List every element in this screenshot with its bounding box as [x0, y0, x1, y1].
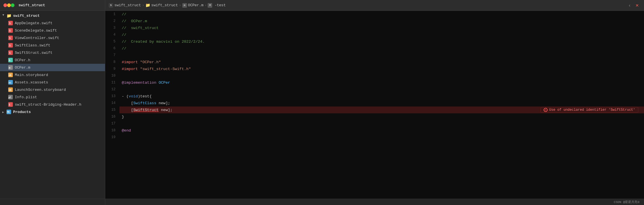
sidebar-label-swift-struct: SwiftStruct.swift — [15, 51, 53, 55]
window-maximize-btn[interactable] — [11, 3, 15, 7]
sidebar-item-bridging-header[interactable]: S swift_struct-Bridging-Header.h — [0, 101, 105, 108]
line-number-17: 17 — [105, 120, 119, 127]
breadcrumb-file-label: OCPer.m — [188, 3, 204, 7]
tab-bar: S swift_struct › 📁 swift_struct › m OCPe… — [105, 0, 644, 11]
code-row-11: 11@implementation OCPer — [105, 79, 644, 86]
line-content-11: @implementation OCPer — [119, 79, 644, 86]
sidebar-item-ocper-h[interactable]: h OCPer.h — [0, 56, 105, 64]
svg-text:sb: sb — [9, 89, 11, 91]
code-row-9: 9#import "swift_struct-Swift.h" — [105, 65, 644, 72]
project-title: swift_struct — [18, 3, 45, 7]
sidebar-label-app-delegate: AppDelegate.swift — [15, 21, 53, 25]
svg-text:S: S — [9, 52, 11, 54]
storyboard-file-icon: sb — [8, 72, 13, 77]
svg-text:S: S — [9, 44, 11, 47]
sidebar-item-main-storyboard[interactable]: sb Main.storyboard — [0, 71, 105, 79]
sidebar-item-launch-storyboard[interactable]: sb LaunchScreen.storyboard — [0, 86, 105, 93]
line-number-1: 1 — [105, 11, 119, 18]
sidebar-label-info-plist: Info.plist — [15, 95, 37, 99]
error-badge-15: ✕Use of undeclared identifier 'SwiftStru… — [540, 107, 638, 113]
sidebar-item-project-root[interactable]: ▶ 📁 swift_struct — [0, 12, 105, 19]
sidebar-item-scene-delegate[interactable]: S SceneDelegate.swift — [0, 27, 105, 34]
breadcrumb-method[interactable]: M -test — [208, 3, 226, 8]
method-badge: M — [208, 3, 212, 8]
window-close-btn[interactable] — [3, 3, 7, 7]
status-bar: CSDN @星星月亮0 — [105, 199, 644, 205]
line-number-12: 12 — [105, 86, 119, 93]
svg-text:pl: pl — [9, 96, 11, 99]
sidebar-footer — [0, 199, 105, 205]
line-content-7 — [119, 52, 644, 59]
line-number-3: 3 — [105, 24, 119, 31]
code-row-17: 17 — [105, 120, 644, 127]
sidebar-item-view-controller[interactable]: S ViewController.swift — [0, 34, 105, 42]
sidebar-item-swift-struct[interactable]: S SwiftStruct.swift — [0, 49, 105, 56]
breadcrumb-folder-label: swift_struct — [151, 3, 178, 7]
plist-file-icon: pl — [8, 95, 13, 100]
breadcrumb-project[interactable]: S swift_struct — [109, 3, 141, 8]
sidebar-item-app-delegate[interactable]: S AppDelegate.swift — [0, 19, 105, 27]
window-minimize-btn[interactable] — [7, 3, 11, 7]
sidebar-item-ocper-m[interactable]: m OCPer.m — [0, 64, 105, 71]
sidebar-label-view-controller: ViewController.swift — [15, 36, 59, 40]
breadcrumb: S swift_struct › 📁 swift_struct › m OCPe… — [109, 3, 226, 8]
code-editor[interactable]: 1//2// OCPer.m3// swift_struct4//5// Cre… — [105, 11, 644, 199]
navigate-back-button[interactable]: ‹ — [627, 2, 632, 9]
error-icon-15: ✕ — [544, 108, 548, 112]
line-content-2: // OCPer.m — [119, 18, 644, 24]
line-content-13: - (void)test{ — [119, 93, 644, 100]
code-row-7: 7 — [105, 52, 644, 59]
code-row-14: 14 [SwiftClass new]; — [105, 100, 644, 106]
sidebar: swift_struct ▶ 📁 swift_struct S AppDeleg… — [0, 0, 105, 205]
svg-text:xc: xc — [9, 81, 11, 84]
expand-products-icon: ▶ — [2, 110, 5, 113]
code-table: 1//2// OCPer.m3// swift_struct4//5// Cre… — [105, 11, 644, 141]
line-number-4: 4 — [105, 31, 119, 38]
code-row-19: 19 — [105, 134, 644, 141]
sidebar-item-swift-class[interactable]: S SwiftClass.swift — [0, 42, 105, 49]
close-editor-button[interactable]: ✕ — [634, 3, 641, 8]
line-number-16: 16 — [105, 113, 119, 120]
code-row-15: 15 [SwiftStruct new];✕Use of undeclared … — [105, 106, 644, 113]
line-content-8: #import "OCPer.h" — [119, 59, 644, 65]
sidebar-item-info-plist[interactable]: pl Info.plist — [0, 93, 105, 101]
breadcrumb-project-label: swift_struct — [114, 3, 141, 7]
code-row-16: 16} — [105, 113, 644, 120]
code-row-5: 5// Created by macvivi on 2022/2/24. — [105, 38, 644, 45]
line-content-15: [SwiftStruct new];✕Use of undeclared ide… — [119, 106, 644, 113]
sidebar-file-tree: ▶ 📁 swift_struct S AppDelegate.swift S S… — [0, 11, 105, 199]
attribution-text: CSDN @星星月亮0 — [614, 200, 639, 204]
breadcrumb-folder[interactable]: 📁 swift_struct — [145, 3, 178, 8]
line-number-18: 18 — [105, 127, 119, 134]
main-editor-area: S swift_struct › 📁 swift_struct › m OCPe… — [105, 0, 644, 205]
sidebar-label-scene-delegate: SceneDelegate.swift — [15, 28, 57, 33]
svg-text:S: S — [9, 22, 11, 25]
sidebar-item-assets[interactable]: xc Assets.xcassets — [0, 79, 105, 86]
folder-open-icon: 📁 — [6, 13, 11, 18]
line-number-8: 8 — [105, 59, 119, 65]
svg-text:m: m — [9, 66, 11, 69]
breadcrumb-sep-3: › — [205, 3, 207, 7]
line-content-14: [SwiftClass new]; — [119, 100, 644, 106]
error-message-15: Use of undeclared identifier 'SwiftStruc… — [549, 108, 635, 112]
line-content-5: // Created by macvivi on 2022/2/24. — [119, 38, 644, 45]
line-number-10: 10 — [105, 72, 119, 79]
code-row-10: 10 — [105, 72, 644, 79]
products-folder-icon: PR — [6, 109, 11, 114]
code-row-13: 13- (void)test{ — [105, 93, 644, 100]
line-content-6: // — [119, 45, 644, 52]
code-row-2: 2// OCPer.m — [105, 18, 644, 24]
breadcrumb-method-label: -test — [214, 3, 226, 7]
line-content-17 — [119, 120, 644, 127]
breadcrumb-file[interactable]: m OCPer.m — [182, 3, 204, 8]
line-number-15: 15 — [105, 106, 119, 113]
code-row-18: 18@end — [105, 127, 644, 134]
code-row-12: 12 — [105, 86, 644, 93]
code-row-4: 4// — [105, 31, 644, 38]
line-number-7: 7 — [105, 52, 119, 59]
bridging-file-icon: S — [8, 102, 13, 107]
line-number-2: 2 — [105, 18, 119, 24]
swift-file-icon-3: S — [8, 35, 13, 40]
sidebar-label-ocper-h: OCPer.h — [15, 58, 30, 62]
sidebar-item-products[interactable]: ▶ PR Products — [0, 108, 105, 116]
